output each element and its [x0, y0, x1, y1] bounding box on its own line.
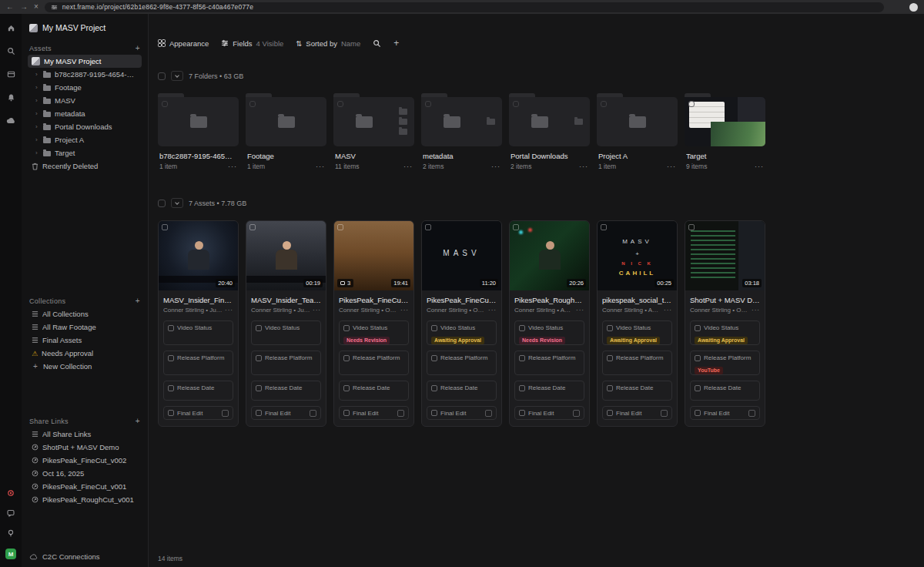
- folder-menu[interactable]: ···: [755, 163, 764, 170]
- field-video-status[interactable]: Video StatusNeeds Revision: [339, 320, 409, 345]
- field-release-date[interactable]: Release Date: [427, 381, 497, 401]
- folder-name[interactable]: metadata: [423, 152, 500, 160]
- field-final-edit[interactable]: Final Edit: [602, 406, 672, 420]
- select-all-folders-checkbox[interactable]: [158, 72, 166, 80]
- asset-checkbox[interactable]: [162, 224, 168, 230]
- final-edit-checkbox[interactable]: [485, 410, 492, 417]
- project-header[interactable]: My MASV Project: [28, 20, 142, 42]
- sidebar-item-share-link[interactable]: Oct 16, 2025: [28, 467, 142, 480]
- sidebar-item-collection[interactable]: All Collections: [28, 307, 142, 320]
- field-release-platform[interactable]: Release Platform: [339, 351, 409, 375]
- folder-name[interactable]: b78c2887-9195-4654-b9...: [159, 152, 237, 160]
- sidebar-item-share-link[interactable]: PikesPeak_FineCut_v001: [28, 480, 142, 493]
- field-video-status[interactable]: Video Status: [251, 320, 321, 345]
- sidebar-item-share-link[interactable]: ShotPut + MASV Demo: [28, 441, 142, 454]
- asset-thumbnail[interactable]: 20:26: [510, 221, 589, 290]
- folder-checkbox[interactable]: [162, 101, 168, 107]
- asset-menu[interactable]: ···: [752, 307, 760, 314]
- chevron-right-icon[interactable]: ›: [35, 149, 39, 156]
- sidebar-item-c2c-connections[interactable]: C2C Connections: [29, 552, 99, 561]
- chevron-right-icon[interactable]: ›: [35, 110, 39, 117]
- field-release-date[interactable]: Release Date: [251, 381, 321, 401]
- folder-card[interactable]: metadata2 items···: [421, 93, 502, 170]
- field-final-edit[interactable]: Final Edit: [427, 406, 497, 420]
- collapse-assets-button[interactable]: [171, 198, 183, 208]
- library-icon[interactable]: [6, 69, 15, 79]
- folder-name[interactable]: MASV: [335, 152, 413, 160]
- asset-checkbox[interactable]: [688, 224, 695, 230]
- select-all-assets-checkbox[interactable]: [158, 200, 166, 207]
- final-edit-checkbox[interactable]: [661, 410, 668, 417]
- field-release-date[interactable]: Release Date: [163, 381, 233, 401]
- asset-menu[interactable]: ···: [664, 307, 672, 314]
- folder-card[interactable]: Project A1 item···: [597, 93, 678, 170]
- asset-card[interactable]: 20:40 MASV_Insider_FineCut_v0... Conner …: [158, 220, 239, 427]
- asset-checkbox[interactable]: [337, 224, 343, 230]
- field-final-edit[interactable]: Final Edit: [163, 406, 233, 420]
- appearance-button[interactable]: Appearance: [158, 39, 209, 48]
- asset-checkbox[interactable]: [249, 224, 256, 230]
- field-release-date[interactable]: Release Date: [602, 381, 672, 401]
- asset-card[interactable]: 3 19:41 PikesPeak_FineCut_v001... Conner…: [333, 220, 414, 427]
- folder-name[interactable]: Project A: [598, 152, 676, 160]
- asset-menu[interactable]: ···: [576, 307, 584, 314]
- sidebar-item-folder[interactable]: › Project A: [28, 133, 142, 146]
- field-final-edit[interactable]: Final Edit: [251, 406, 321, 420]
- chevron-right-icon[interactable]: ›: [35, 71, 39, 78]
- field-final-edit[interactable]: Final Edit: [690, 406, 760, 420]
- asset-name[interactable]: PikesPeak_RoughCut_v00...: [514, 296, 584, 304]
- asset-menu[interactable]: ···: [400, 307, 409, 314]
- folder-menu[interactable]: ···: [579, 163, 588, 170]
- asset-thumbnail[interactable]: 3 19:41: [334, 221, 413, 290]
- sidebar-item-collection[interactable]: All Raw Footage: [28, 320, 142, 334]
- field-release-platform[interactable]: Release Platform: [163, 351, 233, 375]
- field-release-platform[interactable]: Release Platform: [427, 351, 497, 375]
- asset-thumbnail[interactable]: 00:19: [246, 221, 326, 290]
- sidebar-item-folder[interactable]: › Footage: [28, 81, 142, 94]
- sort-button[interactable]: ⇅ Sorted by Name: [296, 39, 360, 48]
- folder-checkbox[interactable]: [601, 101, 607, 107]
- asset-thumbnail[interactable]: 03:18: [685, 221, 765, 290]
- field-final-edit[interactable]: Final Edit: [514, 406, 584, 420]
- final-edit-checkbox[interactable]: [573, 410, 580, 417]
- stop-icon[interactable]: ×: [34, 3, 38, 11]
- help-bulb-icon[interactable]: [6, 528, 15, 538]
- field-release-date[interactable]: Release Date: [339, 381, 409, 401]
- asset-checkbox[interactable]: [425, 224, 431, 230]
- asset-thumbnail[interactable]: MASV 11:20: [422, 221, 501, 290]
- sidebar-item-collection[interactable]: Final Assets: [28, 334, 142, 347]
- sidebar-item-folder[interactable]: › MASV: [28, 94, 142, 107]
- chevron-right-icon[interactable]: ›: [35, 84, 39, 91]
- masv-logo[interactable]: M: [5, 549, 16, 559]
- sidebar-item-folder[interactable]: › b78c2887-9195-4654-b94f-f...: [28, 68, 142, 81]
- folder-menu[interactable]: ···: [491, 163, 500, 170]
- asset-card[interactable]: 20:26 PikesPeak_RoughCut_v00... Conner S…: [509, 220, 590, 427]
- field-video-status[interactable]: Video StatusAwaiting Approval: [602, 320, 672, 345]
- field-final-edit[interactable]: Final Edit: [339, 406, 409, 420]
- folder-name[interactable]: Footage: [247, 152, 325, 160]
- notifications-icon[interactable]: [6, 92, 15, 102]
- final-edit-checkbox[interactable]: [310, 410, 316, 417]
- sidebar-item-folder[interactable]: › Portal Downloads: [28, 120, 142, 133]
- folder-card[interactable]: Portal Downloads2 items···: [509, 93, 590, 170]
- folder-menu[interactable]: ···: [316, 163, 325, 170]
- site-settings-icon[interactable]: [51, 4, 58, 11]
- chevron-right-icon[interactable]: ›: [35, 123, 39, 130]
- sidebar-item-root-project[interactable]: My MASV Project: [28, 55, 142, 68]
- asset-card[interactable]: MASV 11:20 PikesPeak_FineCut_v002... Con…: [421, 220, 502, 427]
- asset-menu[interactable]: ···: [225, 307, 233, 314]
- back-icon[interactable]: ←: [6, 3, 14, 11]
- collapse-folders-button[interactable]: [171, 71, 183, 81]
- field-release-platform[interactable]: Release Platform: [251, 351, 321, 375]
- asset-checkbox[interactable]: [513, 224, 519, 230]
- field-release-date[interactable]: Release Date: [690, 381, 760, 401]
- field-video-status[interactable]: Video StatusNeeds Revision: [514, 320, 584, 345]
- folder-card[interactable]: MASV11 items···: [333, 93, 414, 170]
- home-icon[interactable]: [6, 23, 15, 32]
- field-release-platform[interactable]: Release PlatformYouTube: [690, 351, 760, 375]
- asset-checkbox[interactable]: [601, 224, 607, 230]
- chevron-right-icon[interactable]: ›: [35, 97, 39, 104]
- field-release-date[interactable]: Release Date: [514, 381, 584, 401]
- search-icon[interactable]: [6, 46, 15, 55]
- sidebar-item-new-collection[interactable]: + New Collection: [28, 360, 142, 373]
